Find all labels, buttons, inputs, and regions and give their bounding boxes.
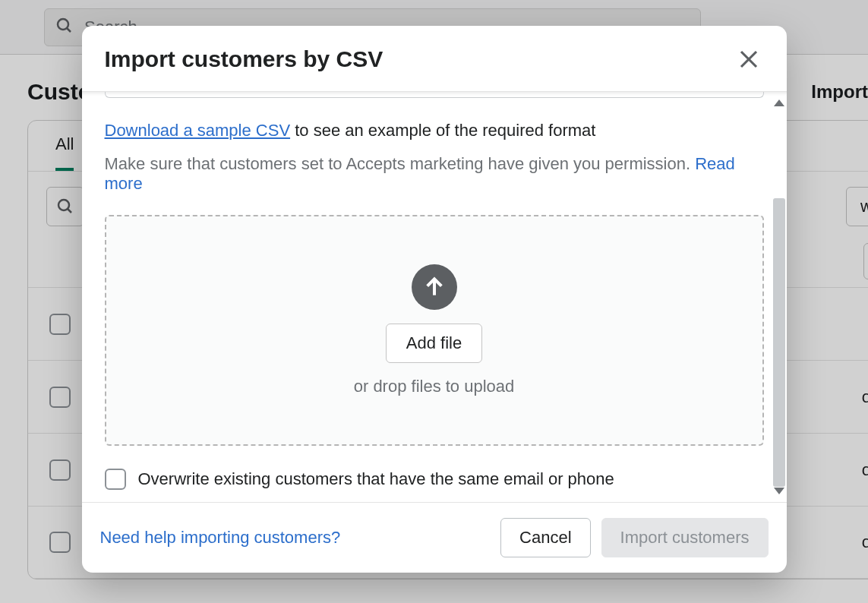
modal-body-wrapper: Download a sample CSV to see an example … [82, 91, 787, 502]
drop-hint: or drop files to upload [354, 377, 515, 396]
modal-header: Import customers by CSV [82, 26, 787, 91]
marketing-note-text: Make sure that customers set to Accepts … [105, 154, 696, 173]
close-icon [737, 48, 760, 71]
modal-body: Download a sample CSV to see an example … [82, 92, 787, 502]
file-dropzone[interactable]: Add file or drop files to upload [105, 215, 764, 446]
import-customers-button[interactable]: Import customers [601, 518, 769, 557]
overwrite-label: Overwrite existing customers that have t… [138, 469, 614, 489]
modal-scrollbar[interactable] [773, 99, 785, 494]
scroll-thumb[interactable] [773, 198, 785, 487]
modal-overlay: Import customers by CSV Download a sampl… [0, 0, 868, 603]
download-sample-line: Download a sample CSV to see an example … [105, 121, 764, 140]
previous-field-fragment [105, 92, 764, 98]
upload-icon [412, 264, 457, 310]
scroll-down-arrow[interactable] [774, 488, 784, 494]
overwrite-option: Overwrite existing customers that have t… [105, 469, 764, 490]
download-sample-rest: to see an example of the required format [290, 121, 595, 140]
modal-title: Import customers by CSV [105, 46, 383, 72]
close-button[interactable] [734, 44, 764, 74]
modal-footer: Need help importing customers? Cancel Im… [82, 502, 787, 573]
add-file-button[interactable]: Add file [386, 324, 482, 363]
help-link[interactable]: Need help importing customers? [100, 528, 341, 548]
overwrite-checkbox[interactable] [105, 469, 126, 490]
scroll-up-arrow[interactable] [774, 99, 784, 106]
cancel-button[interactable]: Cancel [500, 518, 590, 557]
download-sample-link[interactable]: Download a sample CSV [105, 121, 291, 140]
marketing-permission-line: Make sure that customers set to Accepts … [105, 154, 764, 194]
import-csv-modal: Import customers by CSV Download a sampl… [82, 26, 787, 573]
